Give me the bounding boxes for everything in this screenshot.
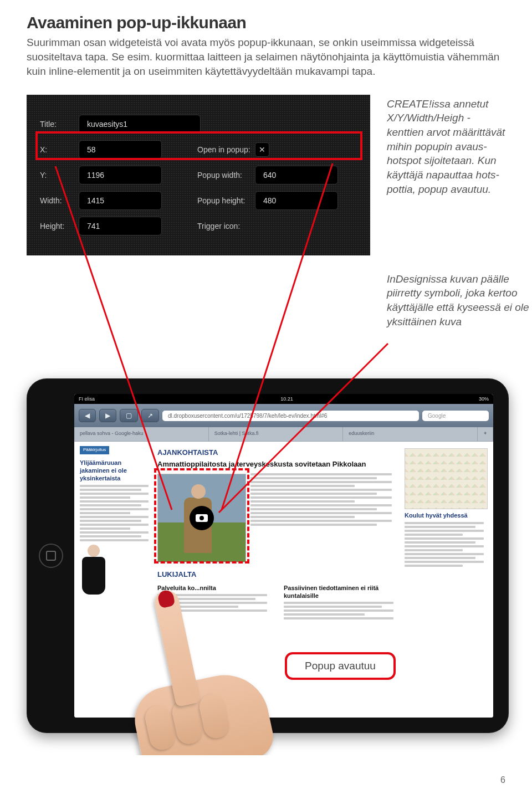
- tab-add[interactable]: +: [478, 427, 493, 441]
- label-popup-height: Popup height:: [188, 191, 255, 210]
- create-panel: Title: kuvaesitys1 X: 58 Open in popup: …: [27, 95, 370, 255]
- headline-sec2b: Passiivinen tiedottaminen ei riitä kunta…: [284, 584, 399, 600]
- aside-text-1: CREATE!issa annetut X/Y/Width/Heigh -ken…: [387, 95, 505, 196]
- input-width[interactable]: 1415: [79, 191, 162, 210]
- page-title: Avaaminen pop-up-ikkunaan: [27, 13, 505, 32]
- status-time: 10.21: [280, 396, 293, 402]
- label-height: Height:: [40, 217, 79, 235]
- person-illustration: [80, 545, 108, 606]
- input-popup-width[interactable]: 640: [255, 166, 338, 185]
- headline-sec2a: Palveluita ko...nnilta: [157, 584, 273, 592]
- label-x: X:: [40, 140, 79, 159]
- section-heading: AJANKOHTAISTA: [157, 448, 399, 458]
- url-field[interactable]: dl.dropboxusercontent.com/u/1725798/7/ke…: [162, 411, 419, 421]
- bookmarks-icon[interactable]: ▢: [120, 409, 138, 422]
- browser-toolbar: ◀ ▶ ▢ ↗ dl.dropboxusercontent.com/u/1725…: [74, 404, 493, 427]
- status-battery: 30%: [479, 396, 489, 402]
- checkbox-open-popup[interactable]: ✕: [255, 142, 269, 157]
- gallery-icon[interactable]: [190, 506, 214, 530]
- popup-callout: Popup avautuu: [285, 652, 396, 680]
- share-icon[interactable]: ↗: [141, 409, 159, 422]
- input-x[interactable]: 58: [79, 140, 162, 159]
- tab-1[interactable]: pellava sohva - Google-haku: [74, 427, 209, 441]
- headline-left: Ylijäämäruuan jakaminen ei ole yksinkert…: [80, 459, 152, 483]
- headline-right: Koulut hyvät yhdessä: [405, 511, 488, 519]
- label-popup-width: Popup width:: [188, 166, 255, 185]
- input-y[interactable]: 1196: [79, 166, 162, 185]
- search-field[interactable]: Google: [422, 411, 489, 421]
- nav-fwd-button[interactable]: ▶: [99, 409, 116, 422]
- tab-3[interactable]: eduuskeriin: [343, 427, 478, 441]
- label-y: Y:: [40, 166, 79, 185]
- label-trigger-icon: Trigger icon:: [188, 217, 255, 235]
- nav-back-button[interactable]: ◀: [79, 409, 96, 422]
- tab-2[interactable]: Sotka-lehti | Sotka.fi: [209, 427, 344, 441]
- map-image: [405, 448, 488, 509]
- label-width: Width:: [40, 191, 79, 210]
- ipad-mockup: FI elisa 10.21 30% ◀ ▶ ▢ ↗ dl.dropboxuse…: [27, 378, 505, 733]
- ipad-home-button[interactable]: [39, 544, 63, 568]
- page-content: Pääkirjoitus Ylijäämäruuan jakaminen ei …: [74, 442, 493, 718]
- intro-text: Suurimman osan widgeteistä voi avata myö…: [27, 35, 505, 79]
- input-popup-height[interactable]: 480: [255, 191, 338, 210]
- status-carrier: FI elisa: [79, 396, 95, 402]
- headline-main: Ammattioppilaitosta ja terveyskeskusta s…: [157, 460, 399, 469]
- browser-tabs: pellava sohva - Google-haku Sotka-lehti …: [74, 427, 493, 442]
- section-heading-2: LUKIJALTA: [157, 570, 399, 580]
- tag-editorial: Pääkirjoitus: [80, 446, 109, 454]
- input-title[interactable]: kuvaesitys1: [79, 115, 201, 134]
- label-open-popup: Open in popup:: [188, 140, 255, 159]
- input-height[interactable]: 741: [79, 217, 162, 235]
- status-bar: FI elisa 10.21 30%: [74, 394, 493, 404]
- aside-text-2: InDesignissa kuvan päälle piirretty symb…: [387, 272, 531, 329]
- label-title: Title:: [40, 115, 79, 134]
- article-photo[interactable]: [157, 474, 246, 562]
